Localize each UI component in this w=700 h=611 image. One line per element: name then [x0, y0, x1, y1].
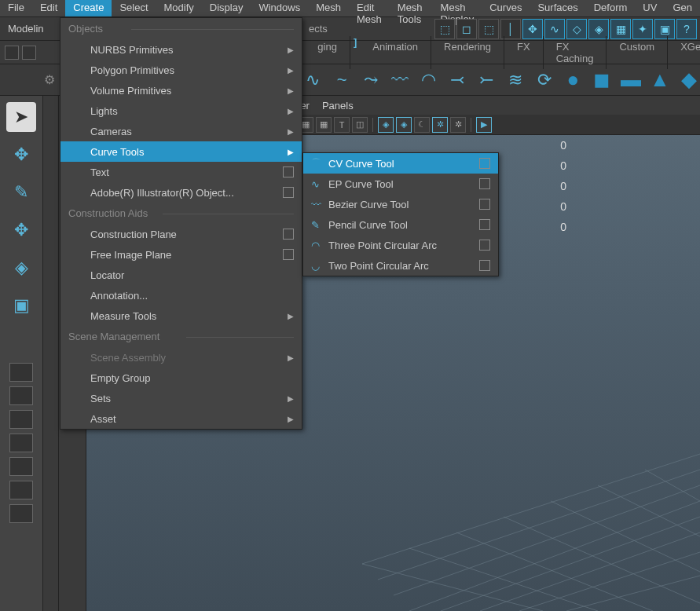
checkbox-icon[interactable] [479, 240, 490, 251]
cube-icon[interactable]: ◼ [591, 68, 614, 92]
menu-windows[interactable]: Windows [251, 0, 308, 16]
layout-uv-icon[interactable] [9, 504, 33, 523]
menuitem-text[interactable]: Text [60, 162, 302, 182]
menu-edit[interactable]: Edit [32, 0, 65, 16]
vp-iso-icon[interactable]: ◈ [378, 117, 394, 133]
vp-menu-panels[interactable]: Panels [322, 100, 354, 112]
channel-collapse[interactable] [43, 96, 59, 611]
curve-rebuild-icon[interactable]: ≋ [504, 68, 526, 92]
curve-cv-icon[interactable]: ∿ [302, 68, 324, 92]
menu-curves[interactable]: Curves [482, 0, 530, 16]
checkbox-icon[interactable] [479, 260, 490, 271]
curve-pencil-icon[interactable]: 〰 [388, 68, 411, 92]
curve-ep-icon[interactable]: ~ [331, 68, 354, 92]
menuitem-emptygrp[interactable]: Empty Group [60, 368, 302, 388]
menuitem-lights[interactable]: Lights▶ [60, 101, 302, 121]
vp-aa-icon[interactable]: ✲ [450, 117, 466, 133]
axis-val-4: 0 [560, 217, 566, 237]
menu-mesh[interactable]: Mesh [308, 0, 349, 16]
menu-surfaces[interactable]: Surfaces [530, 0, 585, 16]
menuitem-volume[interactable]: Volume Primitives▶ [60, 80, 302, 101]
checkbox-icon[interactable] [283, 166, 294, 177]
menu-display[interactable]: Display [202, 0, 251, 16]
submenu-threepc[interactable]: ◠Three Point Circular Arc [303, 235, 498, 255]
menuitem-sceneasm[interactable]: Scene Assembly▶ [60, 347, 302, 368]
sphere-icon[interactable]: ● [562, 68, 585, 92]
layout-persp-icon[interactable] [9, 434, 33, 452]
menu-deform[interactable]: Deform [586, 0, 636, 16]
layout-hyper-icon[interactable] [9, 481, 33, 499]
diamond-icon[interactable]: ◆ [677, 68, 700, 92]
checkbox-icon[interactable] [479, 199, 490, 210]
layout-single-icon[interactable] [9, 363, 33, 382]
tab-fx[interactable]: FX [504, 36, 544, 69]
tab-animation[interactable]: Animation [360, 36, 431, 69]
checkbox-icon[interactable] [479, 178, 490, 189]
curve-detach-icon[interactable]: ⤚ [475, 68, 498, 92]
move-tool[interactable]: ✥ [6, 215, 36, 245]
checkbox-icon[interactable] [479, 158, 490, 169]
tab-custom[interactable]: Custom [607, 36, 668, 69]
cone-icon[interactable]: ▲ [648, 68, 671, 92]
checkbox-icon[interactable] [283, 229, 294, 240]
menu-create[interactable]: Create [65, 0, 112, 16]
menuitem-measure[interactable]: Measure Tools▶ [60, 306, 302, 326]
menuitem-cameras[interactable]: Cameras▶ [60, 121, 302, 141]
select-tool[interactable]: ➤ [6, 102, 36, 132]
curve-arc-icon[interactable]: ◠ [417, 68, 440, 92]
submenu-cv[interactable]: ⌒CV Curve Tool [303, 153, 498, 174]
menuitem-annotation[interactable]: Annotation... [60, 285, 302, 306]
menuitem-asset[interactable]: Asset▶ [60, 408, 302, 429]
menu-file[interactable]: File [0, 0, 32, 16]
menu-meshtools[interactable]: Mesh Tools [390, 0, 433, 16]
menuitem-freeimg[interactable]: Free Image Plane [60, 244, 302, 265]
menuitem-curvetools[interactable]: Curve Tools▶ [60, 141, 302, 162]
menuitem-constplane[interactable]: Construction Plane [60, 224, 302, 244]
menu-uv[interactable]: UV [635, 0, 665, 16]
submenu-bezier[interactable]: 〰Bezier Curve Tool [303, 194, 498, 214]
menuitem-nurbs[interactable]: NURBS Primitives▶ [60, 39, 302, 60]
menuitem-locator[interactable]: Locator [60, 265, 302, 285]
checkbox-icon[interactable] [283, 187, 294, 198]
curve-attach-icon[interactable]: ⤙ [446, 68, 469, 92]
menuitem-illustrator[interactable]: Adobe(R) Illustrator(R) Object... [60, 182, 302, 203]
lasso-tool[interactable]: ✥ [6, 140, 36, 170]
submenu-ep[interactable]: ∿EP Curve Tool [303, 174, 498, 194]
vp-light-icon[interactable]: T [334, 117, 350, 133]
curve-open-icon[interactable]: ⟳ [533, 68, 555, 92]
module-selector[interactable]: Modelin [0, 23, 59, 35]
menu-gen[interactable]: Gen [665, 0, 700, 16]
layout-picker2-icon[interactable] [22, 46, 36, 60]
menu-editmesh[interactable]: Edit Mesh [349, 0, 390, 16]
menu-modify[interactable]: Modify [156, 0, 202, 16]
layout-two-icon[interactable] [9, 410, 33, 429]
menuitem-sets[interactable]: Sets▶ [60, 388, 302, 408]
layout-picker-icon[interactable] [5, 46, 19, 60]
menu-meshdisplay[interactable]: Mesh Display [433, 0, 482, 16]
paint-select-tool[interactable]: ✎ [6, 177, 36, 207]
checkbox-icon[interactable] [479, 219, 490, 230]
gear-icon[interactable]: ⚙ [44, 72, 59, 87]
ep-curve-icon: ∿ [311, 178, 328, 190]
submenu-twopc[interactable]: ◡Two Point Circular Arc [303, 255, 498, 276]
vp-iso2-icon[interactable]: ◈ [396, 117, 412, 133]
vp-xray-icon[interactable]: ◫ [352, 117, 368, 133]
rotate-tool[interactable]: ◈ [6, 253, 36, 283]
submenu-pencil[interactable]: ✎Pencil Curve Tool [303, 214, 498, 235]
layout-outliner-icon[interactable] [9, 457, 33, 476]
layout-four-icon[interactable] [9, 386, 33, 405]
tab-xgen[interactable]: XGen [668, 36, 700, 69]
scale-tool[interactable]: ▣ [6, 291, 36, 320]
tab-rendering[interactable]: Rendering [431, 36, 504, 69]
vp-ao-icon[interactable]: ☾ [414, 117, 430, 133]
tab-ging[interactable]: ging [305, 36, 350, 69]
cylinder-icon[interactable]: ▬ [620, 68, 643, 92]
menuitem-polygon[interactable]: Polygon Primitives▶ [60, 60, 302, 80]
tab-fxcaching[interactable]: FX Caching [544, 36, 607, 69]
vp-tex-icon[interactable]: ▦ [316, 117, 332, 133]
checkbox-icon[interactable] [283, 249, 294, 260]
vp-expose-icon[interactable]: ▶ [476, 117, 492, 133]
menu-select[interactable]: Select [112, 0, 156, 16]
vp-motion-icon[interactable]: ✲ [432, 117, 448, 133]
curve-bezier-icon[interactable]: ⤳ [360, 68, 383, 92]
